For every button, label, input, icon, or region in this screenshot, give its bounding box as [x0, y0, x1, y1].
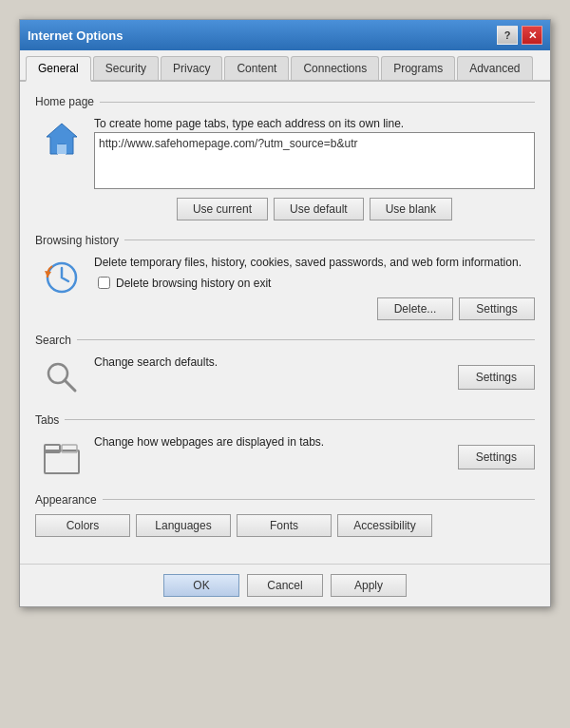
window-title: Internet Options [28, 29, 123, 43]
tabs-description: Change how webpages are displayed in tab… [94, 434, 448, 450]
appearance-section: Appearance Colors Languages Fonts Access… [35, 493, 535, 537]
browsing-history-title: Browsing history [35, 234, 124, 247]
help-button[interactable]: ? [497, 26, 518, 45]
tabs-divider [65, 419, 535, 420]
home-page-content: To create home page tabs, type each addr… [94, 116, 535, 220]
appearance-title: Appearance [35, 493, 103, 507]
appearance-buttons: Colors Languages Fonts Accessibility [35, 514, 535, 537]
search-body: Change search defaults. Settings [35, 354, 535, 400]
footer: OK Cancel Apply [20, 564, 550, 606]
search-settings-button[interactable]: Settings [458, 365, 535, 390]
general-tab-content: Home page To create home page tabs, type… [20, 82, 550, 564]
apply-button[interactable]: Apply [331, 574, 407, 597]
delete-button[interactable]: Delete... [377, 297, 453, 320]
home-page-header: Home page [35, 95, 535, 108]
search-divider [77, 339, 535, 340]
browsing-history-content: Delete temporary files, history, cookies… [94, 255, 535, 320]
tab-advanced[interactable]: Advanced [457, 56, 532, 80]
delete-history-label: Delete browsing history on exit [116, 277, 271, 290]
search-description: Change search defaults. [94, 354, 448, 371]
accessibility-button[interactable]: Accessibility [337, 514, 432, 537]
svg-rect-1 [57, 144, 66, 154]
close-button[interactable]: ✕ [522, 26, 542, 45]
title-bar: Internet Options ? ✕ [20, 20, 550, 50]
tab-security[interactable]: Security [93, 56, 159, 80]
ok-button[interactable]: OK [163, 574, 239, 597]
home-page-title: Home page [35, 95, 100, 108]
internet-options-window: Internet Options ? ✕ General Security Pr… [19, 19, 551, 607]
browsing-history-buttons: Delete... Settings [94, 297, 535, 320]
tab-content[interactable]: Content [224, 56, 289, 80]
colors-button[interactable]: Colors [35, 514, 130, 537]
tabs-bar: General Security Privacy Content Connect… [20, 50, 550, 82]
tabs-settings-button[interactable]: Settings [458, 445, 535, 469]
home-url-wrap: http://www.safehomepage.com/?utm_source=… [94, 132, 535, 192]
tab-general[interactable]: General [26, 56, 91, 82]
svg-line-5 [65, 380, 75, 391]
browsing-history-body: Delete temporary files, history, cookies… [35, 255, 535, 320]
tabs-body: Change how webpages are displayed in tab… [35, 434, 535, 480]
search-icon [39, 354, 85, 400]
home-url-input[interactable]: http://www.safehomepage.com/?utm_source=… [94, 132, 535, 189]
appearance-header: Appearance [35, 493, 535, 507]
use-current-button[interactable]: Use current [177, 198, 268, 220]
home-page-divider [100, 102, 535, 103]
home-icon [39, 116, 85, 162]
fonts-button[interactable]: Fonts [237, 514, 332, 537]
svg-marker-3 [45, 271, 51, 278]
cancel-button[interactable]: Cancel [247, 574, 323, 597]
tabs-section: Tabs Change how webpages are displayed i… [35, 413, 535, 480]
tabs-title: Tabs [35, 413, 65, 427]
use-blank-button[interactable]: Use blank [370, 198, 452, 220]
browsing-history-description: Delete temporary files, history, cookies… [94, 255, 535, 271]
search-title: Search [35, 334, 77, 347]
tabs-header: Tabs [35, 413, 535, 427]
browsing-history-divider [124, 239, 535, 240]
use-default-button[interactable]: Use default [274, 198, 364, 220]
languages-button[interactable]: Languages [136, 514, 231, 537]
tab-privacy[interactable]: Privacy [161, 56, 222, 80]
home-page-buttons: Use current Use default Use blank [94, 198, 535, 220]
tabs-icon [39, 434, 85, 480]
delete-history-checkbox-row: Delete browsing history on exit [94, 277, 535, 290]
tab-connections[interactable]: Connections [291, 56, 379, 80]
browsing-history-section: Browsing history Delete temporary files,… [35, 234, 535, 320]
delete-history-checkbox[interactable] [98, 277, 110, 289]
home-page-description: To create home page tabs, type each addr… [94, 116, 535, 132]
browsing-history-header: Browsing history [35, 234, 535, 247]
title-bar-buttons: ? ✕ [497, 26, 542, 45]
appearance-divider [103, 499, 535, 500]
tab-programs[interactable]: Programs [381, 56, 455, 80]
browsing-history-settings-button[interactable]: Settings [459, 297, 535, 320]
search-section: Search Change search defaults. Settings [35, 334, 535, 400]
home-page-body: To create home page tabs, type each addr… [35, 116, 535, 220]
history-icon [39, 255, 85, 300]
home-page-section: Home page To create home page tabs, type… [35, 95, 535, 220]
svg-rect-6 [45, 450, 79, 473]
search-header: Search [35, 334, 535, 347]
